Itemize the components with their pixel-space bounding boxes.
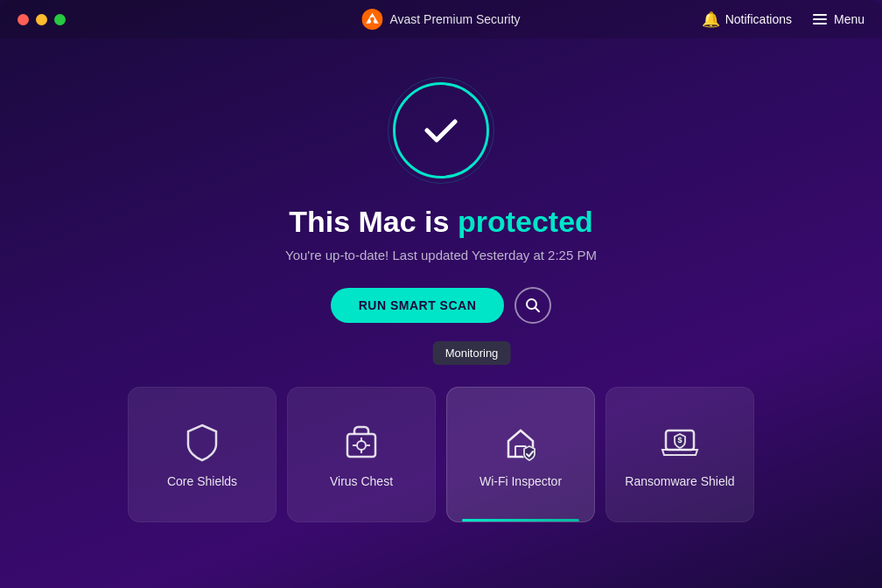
ransomware-shield-icon: $: [659, 422, 701, 464]
avast-logo-icon: [361, 9, 382, 30]
svg-rect-3: [347, 434, 375, 457]
menu-label: Menu: [834, 12, 864, 26]
status-subtitle: You're up-to-date! Last updated Yesterda…: [285, 248, 597, 262]
shield-icon: [181, 422, 223, 464]
virus-chest-label: Virus Chest: [330, 474, 393, 488]
status-title: This Mac is protected: [289, 205, 593, 239]
protected-highlight: protected: [458, 205, 593, 238]
cards-section: Monitoring Core Shields: [0, 341, 882, 522]
checkmark-icon: [418, 108, 464, 153]
wifi-inspector-card[interactable]: Wi-Fi Inspector: [446, 387, 595, 522]
search-button[interactable]: [514, 287, 551, 324]
traffic-lights: [18, 14, 66, 25]
svg-text:$: $: [677, 436, 682, 444]
maximize-button[interactable]: [54, 14, 66, 25]
protection-status-icon: [393, 82, 489, 178]
core-shields-label: Core Shields: [167, 474, 237, 488]
core-shields-card[interactable]: Core Shields: [128, 387, 276, 522]
app-name-label: Avast Premium Security: [389, 12, 520, 26]
close-button[interactable]: [18, 14, 29, 25]
hamburger-icon: [813, 14, 827, 24]
minimize-button[interactable]: [36, 14, 47, 25]
notifications-label: Notifications: [725, 12, 792, 26]
svg-point-4: [357, 441, 366, 450]
title-bar-right: 🔔 Notifications Menu: [702, 10, 864, 29]
app-title-center: Avast Premium Security: [361, 9, 520, 30]
ransomware-shield-card[interactable]: $ Ransomware Shield: [606, 387, 754, 522]
status-title-text: This Mac is: [289, 205, 458, 238]
feature-cards: Core Shields Virus Chest: [0, 387, 882, 522]
bell-icon: 🔔: [702, 10, 720, 29]
svg-point-1: [370, 18, 374, 22]
wifi-inspector-icon: [500, 422, 542, 464]
virus-chest-icon: [340, 422, 382, 464]
virus-chest-card[interactable]: Virus Chest: [287, 387, 436, 522]
action-buttons-row: RUN SMART SCAN: [331, 287, 552, 324]
monitoring-tooltip: Monitoring: [433, 341, 511, 365]
title-bar: Avast Premium Security 🔔 Notifications M…: [0, 0, 882, 38]
smart-scan-button[interactable]: RUN SMART SCAN: [331, 288, 505, 323]
wifi-inspector-label: Wi-Fi Inspector: [480, 474, 562, 488]
search-icon: [525, 298, 541, 313]
main-content: This Mac is protected You're up-to-date!…: [0, 38, 882, 522]
ransomware-shield-label: Ransomware Shield: [625, 474, 734, 488]
notifications-button[interactable]: 🔔 Notifications: [702, 10, 792, 29]
menu-button[interactable]: Menu: [813, 12, 864, 26]
